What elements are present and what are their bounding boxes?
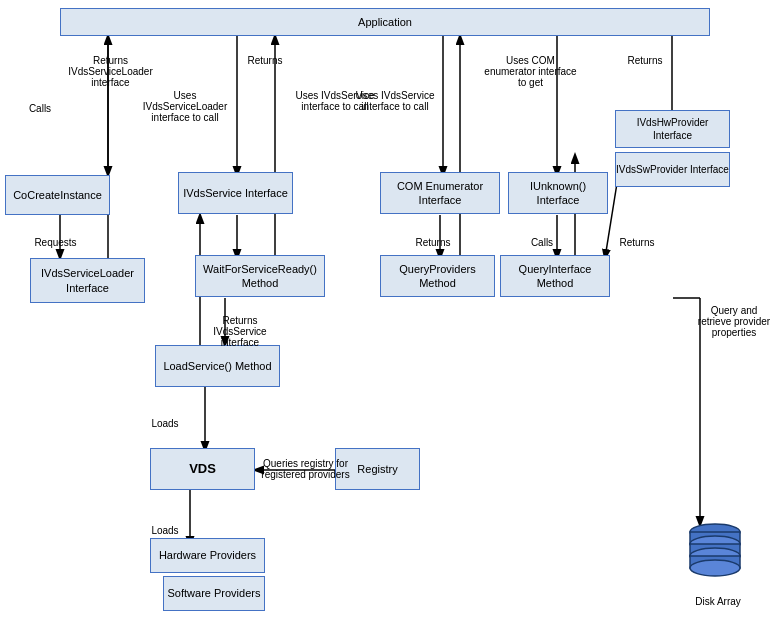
disk-array-label: Disk Array bbox=[683, 596, 753, 607]
uses-com-label: Uses COM enumerator interface to get bbox=[483, 55, 578, 88]
returns-ivds-label: Returns IVdsServiceLoader interface bbox=[68, 55, 153, 88]
returns-service-label: Returns IVdsService interface bbox=[200, 315, 280, 348]
hardwareProviders-box: Hardware Providers bbox=[150, 538, 265, 573]
uses-ivdsservice2-label: Uses IVdsService interface to call bbox=[355, 90, 435, 112]
ivdsServiceLoader-box: IVdsServiceLoader Interface bbox=[30, 258, 145, 303]
loadService-box: LoadService() Method bbox=[155, 345, 280, 387]
softwareProviders-box: Software Providers bbox=[163, 576, 265, 611]
requests-label: Requests bbox=[28, 237, 83, 248]
query-retrieve-label: Query and retrieve provider properties bbox=[695, 305, 773, 338]
returns3-label: Returns bbox=[612, 237, 662, 248]
application-box: Application bbox=[60, 8, 710, 36]
queryInterface-box: QueryInterface Method bbox=[500, 255, 610, 297]
diagram: Application CoCreateInstance IVdsService… bbox=[0, 0, 773, 637]
loads2-label: Loads bbox=[145, 525, 185, 536]
ivdsService-box: IVdsService Interface bbox=[178, 172, 293, 214]
vds-box: VDS bbox=[150, 448, 255, 490]
iUnknown-box: IUnknown() Interface bbox=[508, 172, 608, 214]
calls-label: Calls bbox=[20, 103, 60, 114]
calls2-label: Calls bbox=[522, 237, 562, 248]
returns4-label: Returns bbox=[620, 55, 670, 66]
comEnumerator-box: COM Enumerator Interface bbox=[380, 172, 500, 214]
queryProviders-box: QueryProviders Method bbox=[380, 255, 495, 297]
waitForService-box: WaitForServiceReady() Method bbox=[195, 255, 325, 297]
ivdsHwProvider-box: IVdsHwProvider Interface bbox=[615, 110, 730, 148]
coCreateInstance-box: CoCreateInstance bbox=[5, 175, 110, 215]
uses-loader-label: Uses IVdsServiceLoader interface to call bbox=[140, 90, 230, 123]
returns2-label: Returns bbox=[408, 237, 458, 248]
disk-array-icon bbox=[685, 520, 745, 590]
svg-point-27 bbox=[690, 560, 740, 576]
queries-registry-label: Queries registry for registered provider… bbox=[258, 458, 353, 480]
returns1-label: Returns bbox=[240, 55, 290, 66]
ivdsSwProvider-box: IVdsSwProvider Interface bbox=[615, 152, 730, 187]
loads1-label: Loads bbox=[145, 418, 185, 429]
